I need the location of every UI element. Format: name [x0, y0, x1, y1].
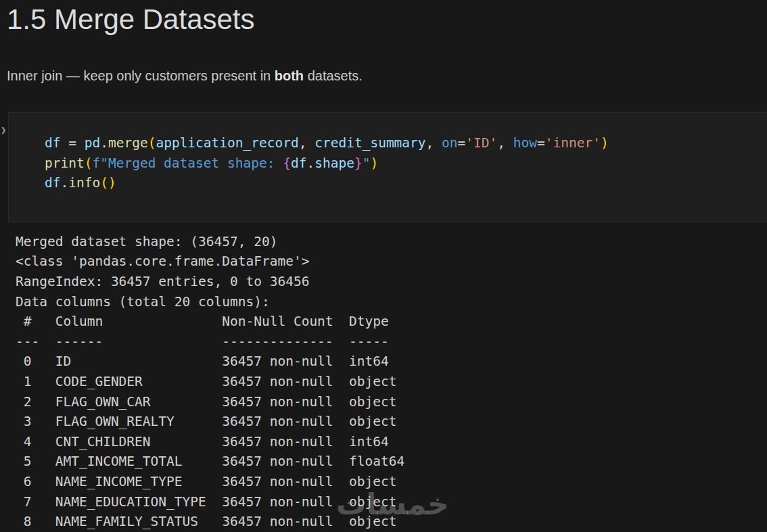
code-token: info: [68, 175, 100, 191]
code-token: }: [354, 155, 363, 171]
output-line: # Column Non-Null Count Dtype: [16, 312, 767, 332]
code-cell[interactable]: df = pd.merge(application_record, credit…: [8, 112, 767, 222]
code-token: df: [291, 155, 306, 171]
code-token: .: [100, 135, 108, 151]
code-token: ): [601, 135, 609, 151]
cell-collapse-icon[interactable]: ❯: [1, 124, 6, 135]
subtitle-text-before: Inner join — keep only customers present…: [7, 68, 275, 83]
code-token: shape: [315, 155, 354, 171]
output-line: 3 FLAG_OWN_REALTY 36457 non-null object: [16, 412, 767, 432]
code-token: ": [363, 155, 371, 171]
output-line: <class 'pandas.core.frame.DataFrame'>: [16, 251, 767, 272]
output-line: 8 NAME_FAMILY_STATUS 36457 non-null obje…: [16, 512, 767, 532]
code-token: ,: [426, 135, 442, 151]
output-line: 0 ID 36457 non-null int64: [16, 352, 767, 372]
output-line: Data columns (total 20 columns):: [16, 292, 767, 312]
output-line: 4 CNT_CHILDREN 36457 non-null int64: [16, 432, 767, 452]
code-token: credit_summary: [315, 135, 425, 151]
code-token: "Merged dataset shape:: [100, 155, 283, 171]
code-token: df: [45, 175, 60, 191]
code-token: =: [458, 135, 466, 151]
code-token: (: [100, 175, 108, 191]
code-token: merge: [108, 135, 148, 151]
cell-output: Merged dataset shape: (36457, 20)<class …: [16, 232, 767, 532]
code-token: 'ID': [465, 135, 497, 151]
code-token: application_record: [156, 135, 298, 151]
code-token: 'inner': [545, 135, 601, 151]
code-token: ,: [497, 135, 513, 151]
output-line: RangeIndex: 36457 entries, 0 to 36456: [16, 272, 767, 292]
code-token: .: [60, 175, 68, 191]
code-token: on: [442, 135, 457, 151]
output-line: 6 NAME_INCOME_TYPE 36457 non-null object: [16, 472, 767, 492]
code-token: (: [148, 135, 156, 151]
output-line: Merged dataset shape: (36457, 20): [16, 232, 767, 252]
output-line: 7 NAME_EDUCATION_TYPE 36457 non-null obj…: [16, 492, 767, 512]
code-token: =: [537, 135, 545, 151]
code-token: ): [108, 175, 116, 191]
output-line: --- ------ -------------- -----: [16, 332, 767, 352]
output-line: 2 FLAG_OWN_CAR 36457 non-null object: [16, 392, 767, 412]
output-line: 1 CODE_GENDER 36457 non-null object: [16, 372, 767, 392]
code-token: pd: [85, 135, 100, 151]
code-token: =: [60, 135, 84, 151]
code-token: f: [92, 155, 100, 171]
code-token: df: [45, 135, 60, 151]
code-token: ,: [299, 135, 315, 151]
subtitle: Inner join — keep only customers present…: [7, 68, 767, 84]
subtitle-text-after: datasets.: [304, 68, 363, 83]
code-token: ): [370, 155, 378, 171]
subtitle-bold-word: both: [275, 68, 304, 83]
code-line[interactable]: df.info(): [45, 173, 753, 193]
code-line[interactable]: df = pd.merge(application_record, credit…: [45, 133, 753, 153]
page-title: 1.5 Merge Datasets: [0, 0, 767, 37]
code-token: print: [45, 155, 85, 171]
output-line: 5 AMT_INCOME_TOTAL 36457 non-null float6…: [16, 452, 767, 472]
code-lines: df = pd.merge(application_record, credit…: [45, 133, 753, 193]
code-token: .: [306, 155, 315, 171]
code-token: (: [85, 155, 93, 171]
code-token: {: [283, 155, 291, 171]
code-token: how: [513, 135, 537, 151]
code-line[interactable]: print(f"Merged dataset shape: {df.shape}…: [45, 153, 753, 174]
